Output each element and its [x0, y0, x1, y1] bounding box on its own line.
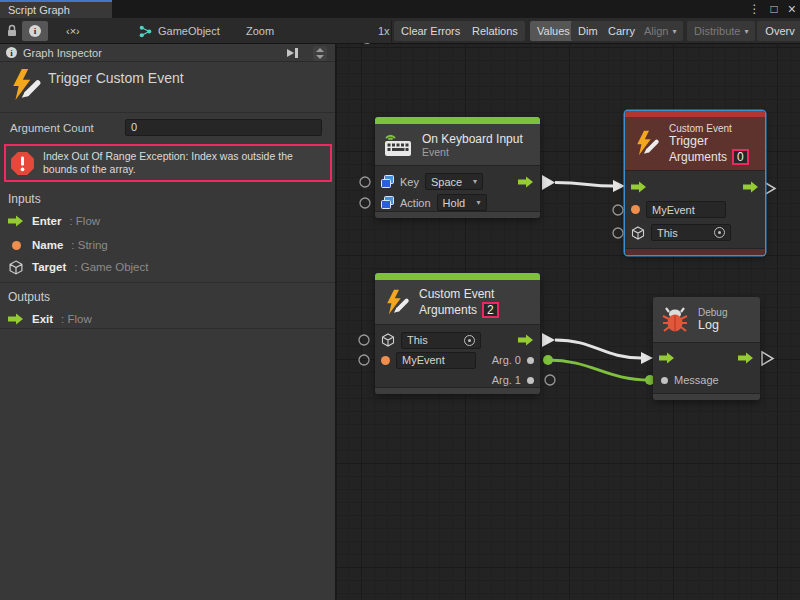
align-button[interactable]: Align ▾: [637, 21, 683, 41]
string-port-icon[interactable]: [381, 356, 390, 365]
graph-canvas[interactable]: On Keyboard Input Event Key Space ▾: [337, 44, 800, 600]
input-row-target: Target : Game Object: [8, 258, 148, 276]
values-button[interactable]: Values: [530, 21, 577, 41]
node-custom-event[interactable]: Custom Event Arguments 2 This: [375, 273, 540, 394]
value-port-empty[interactable]: [613, 228, 623, 238]
custom-event-icon: [633, 130, 660, 157]
value-input-dot[interactable]: [661, 377, 668, 384]
value-port-empty[interactable]: [359, 335, 369, 345]
string-port-icon[interactable]: [631, 205, 640, 214]
key-dropdown[interactable]: Space ▾: [425, 173, 483, 190]
flow-output-arrow-icon[interactable]: [518, 176, 534, 188]
close-icon[interactable]: ×: [788, 1, 796, 17]
action-dropdown[interactable]: Hold ▾: [437, 194, 487, 211]
node-body: This MyEvent Arg. 0: [375, 325, 540, 387]
value-port-empty[interactable]: [545, 375, 555, 385]
dock-panel-icon[interactable]: [285, 47, 299, 61]
divider: [0, 282, 335, 283]
target-value: This: [407, 334, 428, 346]
spin-down-icon[interactable]: [316, 55, 324, 59]
string-port-icon: [12, 241, 21, 250]
zoom-value: 1x: [378, 25, 390, 37]
node-header[interactable]: Debug Log: [653, 297, 760, 343]
node-title: Log: [698, 318, 727, 332]
bug-icon: [661, 306, 689, 334]
object-picker-icon[interactable]: [464, 335, 475, 346]
cube-icon[interactable]: [381, 333, 395, 347]
spin-up-icon[interactable]: [316, 48, 324, 52]
argument-count-input[interactable]: 0: [125, 119, 322, 136]
window-controls: ⋮ □ ×: [749, 0, 796, 18]
relations-button[interactable]: Relations: [465, 21, 525, 41]
value-port-empty[interactable]: [613, 205, 623, 215]
flow-port-empty[interactable]: [764, 182, 775, 195]
value-port-empty[interactable]: [360, 177, 370, 187]
value-connection[interactable]: [548, 360, 650, 380]
distribute-button[interactable]: Distribute ▾: [687, 21, 755, 41]
flow-port-connected[interactable]: [542, 333, 555, 347]
flow-connection[interactable]: [555, 340, 641, 358]
cube-icon: [8, 260, 24, 275]
value-port-empty[interactable]: [360, 198, 370, 208]
chevron-down-icon: ▾: [473, 177, 477, 186]
action-value: Hold: [443, 197, 466, 209]
inspector-toggle-button[interactable]: i: [22, 21, 48, 41]
flow-output-arrow-icon[interactable]: [738, 352, 754, 364]
value-output-dot[interactable]: [527, 377, 534, 384]
chevron-down-icon: ▾: [672, 27, 676, 36]
inspector-unit-title: Trigger Custom Event: [48, 70, 184, 86]
node-body: MyEvent This: [625, 171, 765, 248]
node-title: Custom Event: [419, 287, 499, 301]
node-debug-log[interactable]: Debug Log Message: [653, 297, 760, 400]
arguments-label: Arguments: [419, 303, 477, 317]
flow-connection[interactable]: [555, 183, 613, 187]
overview-button[interactable]: Overv: [757, 21, 800, 41]
maximize-icon[interactable]: □: [771, 2, 778, 16]
clear-errors-button[interactable]: Clear Errors: [394, 21, 467, 41]
message-label: Message: [674, 374, 719, 386]
target-dropdown[interactable]: This: [651, 224, 731, 241]
panel-spinner[interactable]: [313, 46, 327, 61]
gameobject-breadcrumb[interactable]: GameObject: [158, 25, 220, 37]
arguments-error-badge[interactable]: 0: [732, 149, 749, 165]
event-node-topbar: [375, 117, 540, 124]
flow-port-empty[interactable]: [762, 352, 773, 365]
node-body: Key Space ▾ Action Hold ▾: [375, 166, 540, 211]
input-row-name: Name : String: [8, 236, 108, 254]
node-trigger-custom-event[interactable]: Custom Event Trigger Arguments 0: [625, 111, 765, 255]
node-on-keyboard-input[interactable]: On Keyboard Input Event Key Space ▾: [375, 117, 540, 218]
flow-input-arrow-icon[interactable]: [659, 352, 675, 364]
output-row-exit: Exit : Flow: [8, 310, 92, 328]
node-footer: [625, 248, 765, 255]
arguments-error-badge[interactable]: 2: [482, 302, 499, 318]
keyboard-icon: [383, 131, 413, 158]
lock-icon[interactable]: [6, 24, 18, 40]
carry-button[interactable]: Carry: [601, 21, 642, 41]
graph-owner-icon: [138, 24, 153, 41]
object-picker-icon[interactable]: [714, 227, 725, 238]
distribute-label: Distribute: [694, 25, 740, 37]
target-dropdown[interactable]: This: [401, 332, 481, 349]
graph-inspector-panel: i Graph Inspector Trigger Custom Event A…: [0, 44, 337, 600]
node-header[interactable]: On Keyboard Input Event: [375, 124, 540, 166]
node-header[interactable]: Custom Event Arguments 2: [375, 280, 540, 325]
tab-script-graph[interactable]: Script Graph: [0, 0, 112, 18]
code-view-icon[interactable]: ‹×›: [66, 25, 80, 37]
dim-button[interactable]: Dim: [571, 21, 605, 41]
node-header[interactable]: Custom Event Trigger Arguments 0: [625, 117, 765, 171]
menu-icon[interactable]: ⋮: [749, 2, 761, 16]
event-name-field[interactable]: MyEvent: [396, 352, 476, 369]
graph-toolbar: i ‹×› GameObject Zoom 1x Clear Errors Re…: [0, 18, 800, 44]
unity-visual-scripting-window: Script Graph ⋮ □ × i ‹×› GameObject Zoom…: [0, 0, 800, 600]
flow-output-arrow-icon[interactable]: [518, 334, 534, 346]
flow-output-arrow-icon[interactable]: [743, 181, 759, 193]
value-port-connected[interactable]: [543, 355, 553, 365]
value-output-dot[interactable]: [527, 357, 534, 364]
value-port-empty[interactable]: [359, 355, 369, 365]
flow-port-connected[interactable]: [542, 175, 555, 190]
event-name-field[interactable]: MyEvent: [646, 201, 726, 218]
flow-input-arrow-icon[interactable]: [631, 181, 647, 193]
error-text: Index Out Of Range Exception: Index was …: [43, 150, 326, 176]
cube-icon[interactable]: [631, 226, 645, 240]
flow-arrowhead: [613, 180, 625, 192]
